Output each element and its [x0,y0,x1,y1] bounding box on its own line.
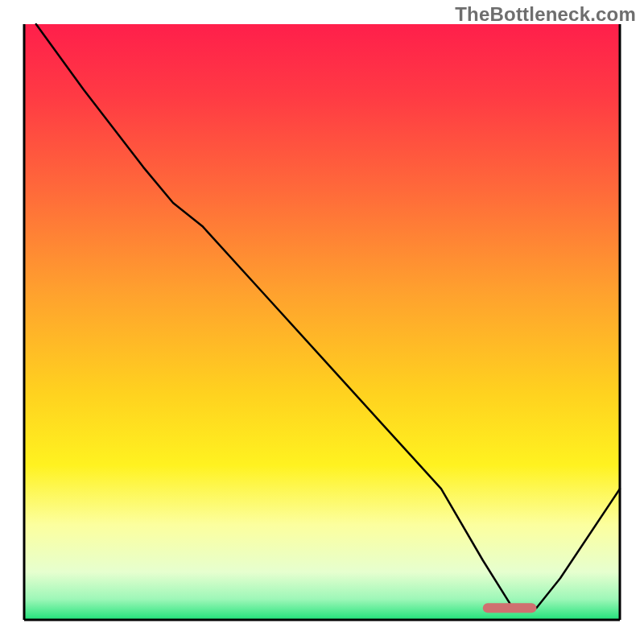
plot-area [24,24,620,620]
chart-stage: TheBottleneck.com [0,0,644,644]
watermark-text: TheBottleneck.com [455,3,636,26]
optimal-range-marker [483,603,537,613]
bottleneck-chart [0,0,644,644]
